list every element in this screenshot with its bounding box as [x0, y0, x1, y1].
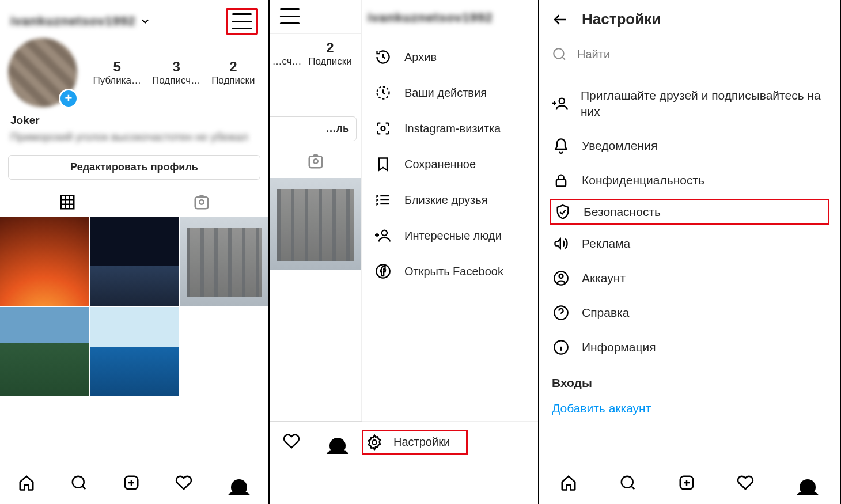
settings-label[interactable]: Настройки	[393, 435, 450, 449]
menu-label: Близкие друзья	[404, 194, 488, 207]
tab-tagged[interactable]	[134, 188, 268, 217]
heart-icon	[283, 433, 300, 450]
facebook-icon	[375, 263, 391, 279]
post-thumbnail[interactable]	[0, 307, 89, 396]
drawer-menu: Архив Ваши действия Instagram-визитка Со…	[362, 35, 538, 421]
nav-activity[interactable]	[737, 474, 754, 494]
stat-posts[interactable]: 5 Публика…	[93, 59, 141, 86]
settings-item-label: Приглашайте друзей и подписывайтесь на н…	[581, 88, 827, 120]
nav-activity[interactable]	[283, 433, 300, 452]
home-icon	[18, 474, 35, 491]
menu-discover-people[interactable]: Интересные люди	[362, 218, 538, 253]
username-label: ivankuznetsov1992	[10, 14, 136, 29]
bio-text-masked: Приморский уголок высокочастотен не убеж…	[10, 129, 258, 146]
stat-followers-sliver: …сч…	[270, 40, 304, 67]
menu-close-friends[interactable]: Близкие друзья	[362, 182, 538, 218]
profile-tab-row	[0, 188, 268, 217]
settings-search-input[interactable]	[577, 48, 827, 61]
panel-menu-drawer: …сч… 2 Подписки Приморский уголок высоко…	[270, 0, 539, 504]
stat-following[interactable]: 2 Подписки	[211, 59, 255, 86]
menu-archive[interactable]: Архив	[362, 39, 538, 75]
username-dropdown[interactable]: ivankuznetsov1992	[10, 14, 151, 29]
nav-profile[interactable]	[326, 431, 349, 454]
megaphone-icon	[553, 236, 569, 252]
svg-line-39	[631, 486, 634, 488]
grid-icon	[59, 194, 76, 211]
nav-search[interactable]	[619, 474, 637, 494]
nav-add[interactable]	[678, 474, 695, 494]
add-story-badge[interactable]: +	[59, 89, 78, 108]
search-icon	[552, 47, 567, 62]
stat-following-value: 2	[211, 59, 255, 75]
post-thumbnail[interactable]	[0, 217, 89, 306]
stat-followers[interactable]: 3 Подписч…	[152, 59, 200, 86]
settings-header: Настройки	[539, 0, 840, 36]
edit-profile-sliver: …ль	[270, 116, 357, 141]
settings-item-account[interactable]: Аккаунт	[539, 261, 840, 295]
menu-label: Instagram-визитка	[404, 122, 501, 135]
menu-nametag[interactable]: Instagram-визитка	[362, 111, 538, 146]
profile-sliver-behind-drawer: …сч… 2 Подписки Приморский уголок высоко…	[270, 0, 362, 463]
svg-point-15	[381, 127, 385, 131]
settings-item-about[interactable]: Информация	[539, 330, 840, 365]
bell-icon	[553, 138, 569, 154]
nav-home[interactable]	[18, 474, 35, 494]
menu-open-facebook[interactable]: Открыть Facebook	[362, 253, 538, 289]
nav-activity[interactable]	[175, 474, 192, 494]
post-thumbnail[interactable]	[90, 307, 179, 396]
settings-title: Настройки	[582, 10, 661, 28]
nav-profile[interactable]	[228, 472, 251, 495]
drawer-settings-row: Настройки	[362, 421, 538, 463]
nav-add[interactable]	[123, 474, 140, 494]
panel-settings: Настройки Приглашайте друзей и подписыва…	[539, 0, 841, 504]
svg-point-23	[372, 440, 377, 445]
nav-home[interactable]	[560, 474, 577, 494]
stat-followers-label: Подписч…	[152, 75, 200, 86]
settings-item-help[interactable]: Справка	[539, 295, 840, 330]
settings-item-security[interactable]: Безопасность	[584, 205, 661, 219]
discover-people-icon	[375, 228, 391, 244]
settings-item-notifications[interactable]: Уведомления	[539, 128, 840, 163]
shield-check-icon	[555, 204, 571, 220]
settings-add-account-link[interactable]: Добавить аккаунт	[539, 393, 840, 415]
svg-point-7	[73, 476, 84, 487]
nav-profile[interactable]	[796, 472, 819, 495]
bottom-nav	[539, 463, 840, 504]
svg-point-27	[559, 98, 565, 104]
menu-label: Открыть Facebook	[404, 265, 503, 278]
settings-search[interactable]	[552, 42, 827, 71]
profile-filled-icon	[800, 479, 816, 495]
settings-section-logins: Входы	[539, 365, 840, 393]
back-arrow-icon[interactable]	[552, 11, 569, 28]
menu-hamburger-icon[interactable]	[280, 8, 300, 24]
archive-icon	[375, 49, 391, 65]
heart-icon	[175, 474, 192, 491]
settings-item-label: Уведомления	[582, 139, 657, 153]
settings-list: Приглашайте друзей и подписывайтесь на н…	[539, 77, 840, 418]
stat-posts-label: Публика…	[93, 75, 141, 86]
stat-followers-value: 3	[152, 59, 200, 75]
settings-item-label: Справка	[582, 306, 629, 320]
highlight-security: Безопасность	[550, 199, 829, 225]
tab-grid[interactable]	[0, 188, 134, 217]
post-thumbnail[interactable]	[180, 217, 268, 306]
drawer-username: ivankuznetsov1992	[368, 10, 493, 25]
panel-profile: ivankuznetsov1992 + 5 Публика… 3 Подписч…	[0, 0, 270, 504]
nav-search[interactable]	[70, 474, 88, 494]
post-thumbnail[interactable]	[90, 217, 179, 306]
edit-profile-button[interactable]: Редактировать профиль	[8, 155, 260, 180]
avatar-wrap[interactable]: +	[8, 38, 77, 107]
menu-label: Сохраненное	[404, 158, 476, 171]
settings-item-invite-friends[interactable]: Приглашайте друзей и подписывайтесь на н…	[539, 79, 840, 128]
post-thumbnail[interactable]	[270, 178, 362, 270]
settings-item-ads[interactable]: Реклама	[539, 226, 840, 261]
settings-item-privacy[interactable]: Конфиденциальность	[539, 163, 840, 198]
svg-point-38	[621, 476, 632, 487]
svg-point-25	[554, 48, 563, 58]
settings-item-label: Аккаунт	[582, 271, 626, 285]
menu-hamburger-icon[interactable]	[232, 13, 252, 29]
profile-bio: Joker Приморский уголок высокочастотен н…	[0, 111, 268, 151]
menu-activity[interactable]: Ваши действия	[362, 75, 538, 111]
profile-filled-icon	[231, 479, 247, 495]
menu-saved[interactable]: Сохраненное	[362, 146, 538, 182]
